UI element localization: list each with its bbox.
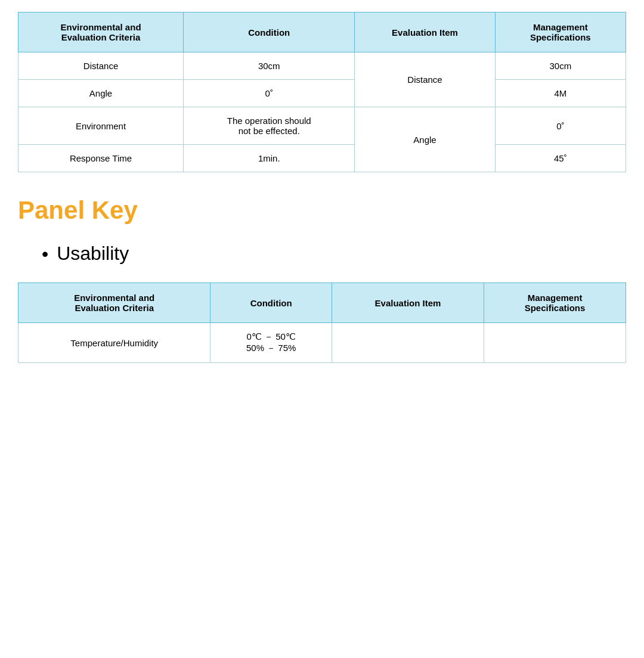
- table-2: Environmental andEvaluation Criteria Con…: [18, 283, 626, 363]
- table2-header-col3: Evaluation Item: [332, 283, 484, 323]
- condition-cell: The operation shouldnot be effected.: [184, 107, 355, 145]
- criteria-cell: Angle: [18, 80, 184, 107]
- condition-cell: 30cm: [184, 52, 355, 80]
- table1-header-col4: ManagementSpecifications: [495, 13, 626, 52]
- table-row: Angle 0˚ 4M: [18, 80, 626, 107]
- eval-item-cell: [332, 323, 484, 363]
- table2-header-col2: Condition: [210, 283, 332, 323]
- table-row: Response Time 1min. 45˚: [18, 145, 626, 172]
- table2-header-col4: ManagementSpecifications: [484, 283, 626, 323]
- spec-cell: [484, 323, 626, 363]
- table-row: Temperature/Humidity 0℃ － 50℃50% － 75%: [18, 323, 626, 363]
- condition-cell: 0˚: [184, 80, 355, 107]
- table-1: Environmental andEvaluation Criteria Con…: [18, 12, 626, 172]
- spec-cell: 45˚: [495, 145, 626, 172]
- usability-label: Usability: [57, 243, 129, 265]
- criteria-cell: Distance: [18, 52, 184, 80]
- table1-header-col1: Environmental andEvaluation Criteria: [18, 13, 184, 52]
- criteria-cell: Environment: [18, 107, 184, 145]
- criteria-cell: Response Time: [18, 145, 184, 172]
- table1-header-col3: Evaluation Item: [355, 13, 495, 52]
- eval-item-cell: Angle: [355, 107, 495, 172]
- page-container: Environmental andEvaluation Criteria Con…: [18, 12, 626, 363]
- table-row: Environment The operation shouldnot be e…: [18, 107, 626, 145]
- spec-cell: 4M: [495, 80, 626, 107]
- eval-item-cell: Distance: [355, 52, 495, 107]
- table1-header-col2: Condition: [184, 13, 355, 52]
- table-row: Distance 30cm Distance 30cm: [18, 52, 626, 80]
- usability-heading: • Usability: [42, 243, 626, 265]
- bullet-icon: •: [42, 244, 48, 263]
- condition-cell: 0℃ － 50℃50% － 75%: [210, 323, 332, 363]
- condition-cell: 1min.: [184, 145, 355, 172]
- criteria-cell: Temperature/Humidity: [18, 323, 210, 363]
- spec-cell: 0˚: [495, 107, 626, 145]
- spec-cell: 30cm: [495, 52, 626, 80]
- table2-header-col1: Environmental andEvaluation Criteria: [18, 283, 210, 323]
- panel-key-title: Panel Key: [18, 196, 626, 225]
